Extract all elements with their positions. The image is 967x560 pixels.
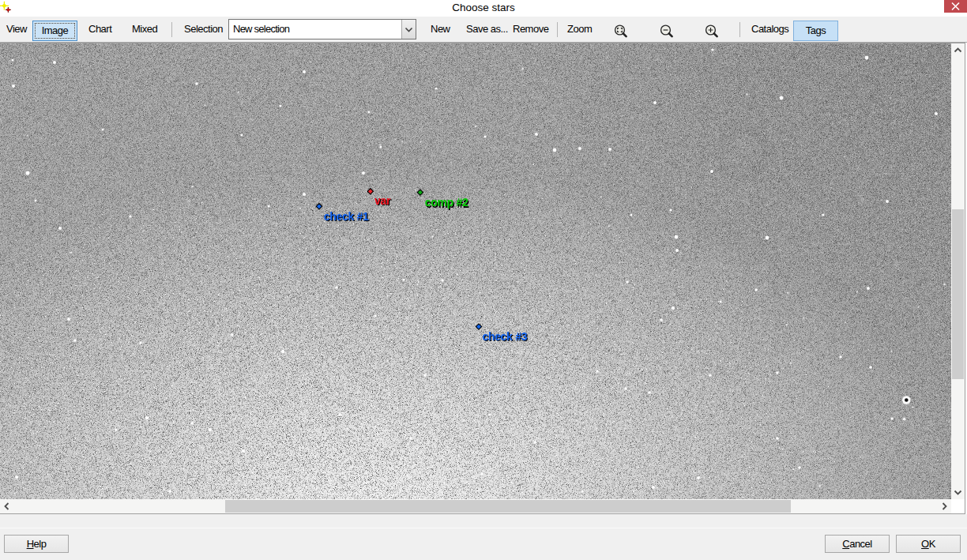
svg-text:var: var [374, 194, 391, 207]
svg-text:check #1: check #1 [324, 210, 369, 223]
svg-text:check #3: check #3 [482, 330, 527, 343]
svg-text:comp #2: comp #2 [425, 196, 468, 209]
